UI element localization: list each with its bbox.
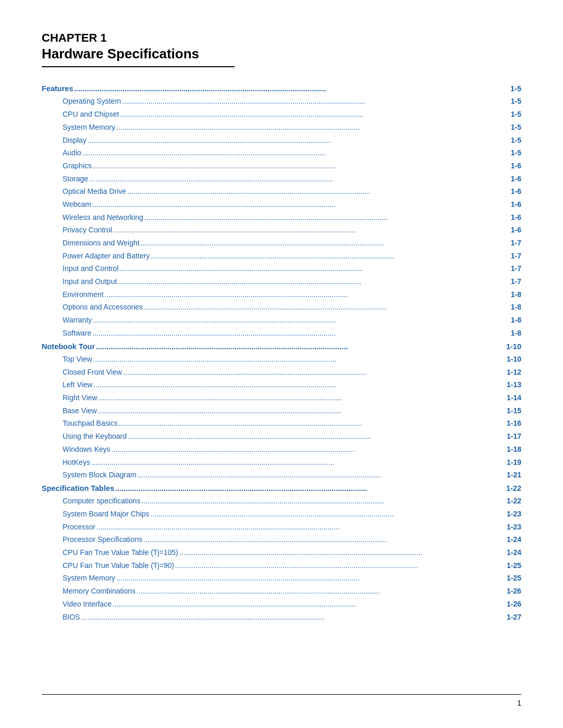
toc-label: Notebook Tour — [42, 341, 95, 352]
toc-label: Operating System — [63, 96, 121, 107]
toc-label: CPU Fan True Value Table (Tj=105) — [63, 547, 178, 559]
toc-entry[interactable]: Closed Front View ......................… — [42, 367, 521, 378]
toc-entry[interactable]: Webcam .................................… — [42, 199, 521, 211]
toc-dots: ........................................… — [88, 174, 511, 185]
toc-entry[interactable]: Using the Keyboard .....................… — [42, 431, 521, 442]
toc-entry[interactable]: Specification Tables ...................… — [42, 483, 521, 494]
toc-label: Wireless and Networking — [63, 212, 143, 224]
toc-entry[interactable]: Display ................................… — [42, 135, 521, 146]
toc-entry[interactable]: System Memory ..........................… — [42, 573, 521, 584]
toc-entry[interactable]: Environment ............................… — [42, 289, 521, 301]
toc-label: Optical Media Drive — [63, 186, 126, 198]
toc-page: 1-7 — [511, 263, 521, 275]
toc-entry[interactable]: Memory Combinations ....................… — [42, 586, 521, 597]
toc-page: 1-6 — [511, 161, 521, 172]
toc-entry[interactable]: Power Adapter and Battery ..............… — [42, 251, 521, 262]
toc-dots: ........................................… — [150, 251, 510, 262]
toc-label: Computer specifications — [63, 496, 140, 507]
toc-dots: ........................................… — [137, 470, 507, 481]
toc-entry[interactable]: HotKeys ................................… — [42, 457, 521, 468]
toc-page: 1-25 — [507, 560, 521, 572]
toc-page: 1-25 — [507, 573, 521, 584]
toc-label: Features — [42, 83, 73, 94]
toc-entry[interactable]: Video Interface ........................… — [42, 599, 521, 610]
toc-page: 1-14 — [507, 392, 521, 404]
toc-entry[interactable]: Dimensions and Weight ..................… — [42, 238, 521, 249]
toc-label: Closed Front View — [63, 367, 122, 378]
toc-label: Left View — [63, 379, 92, 391]
toc-dots: ........................................… — [95, 522, 507, 533]
toc-entry[interactable]: Privacy Control ........................… — [42, 225, 521, 236]
toc-page: 1-5 — [511, 135, 521, 146]
toc-page: 1-15 — [507, 405, 521, 417]
toc-entry[interactable]: Processor ..............................… — [42, 522, 521, 533]
toc-label: Specification Tables — [42, 483, 114, 494]
toc-label: Graphics — [63, 161, 92, 172]
toc-entry[interactable]: Notebook Tour ..........................… — [42, 341, 521, 352]
toc-entry[interactable]: System Board Major Chips ...............… — [42, 509, 521, 520]
toc-page: 1-13 — [507, 379, 521, 391]
toc-entry[interactable]: Audio ..................................… — [42, 147, 521, 159]
toc-entry[interactable]: Top View ...............................… — [42, 354, 521, 365]
toc-dots: ........................................… — [92, 379, 507, 391]
toc-label: Windows Keys — [63, 444, 111, 455]
toc-entry[interactable]: CPU Fan True Value Table (Tj=90) .......… — [42, 560, 521, 572]
toc-page: 1-5 — [511, 109, 521, 120]
toc-entry[interactable]: Right View .............................… — [42, 392, 521, 404]
toc-page: 1-26 — [507, 599, 521, 610]
toc-label: Warranty — [63, 315, 92, 326]
toc-dots: ........................................… — [140, 496, 507, 507]
toc-entry[interactable]: Computer specifications ................… — [42, 496, 521, 507]
toc-entry[interactable]: Windows Keys ...........................… — [42, 444, 521, 455]
toc-label: Right View — [63, 392, 97, 404]
toc-label: BIOS — [63, 612, 80, 623]
toc-entry[interactable]: Input and Control ......................… — [42, 263, 521, 275]
toc-label: CPU and Chipset — [63, 109, 119, 120]
toc-page: 1-12 — [507, 367, 521, 378]
toc-entry[interactable]: Graphics ...............................… — [42, 161, 521, 172]
toc-entry[interactable]: BIOS ...................................… — [42, 612, 521, 623]
toc-label: Input and Output — [63, 276, 117, 288]
toc-label: Storage — [63, 174, 88, 185]
toc-entry[interactable]: Left View ..............................… — [42, 379, 521, 391]
toc-entry[interactable]: System Memory ..........................… — [42, 122, 521, 133]
toc-dots: ........................................… — [81, 147, 511, 159]
toc-page: 1-17 — [507, 431, 521, 442]
toc-page: 1-23 — [507, 509, 521, 520]
toc-dots: ........................................… — [104, 289, 511, 301]
toc-page: 1-5 — [511, 147, 521, 159]
toc-entry[interactable]: System Block Diagram ...................… — [42, 470, 521, 481]
toc-label: Using the Keyboard — [63, 431, 127, 442]
toc-dots: ........................................… — [142, 534, 507, 546]
toc-entry[interactable]: Touchpad Basics ........................… — [42, 418, 521, 429]
toc-entry[interactable]: Storage ................................… — [42, 174, 521, 185]
toc-entry[interactable]: Operating System .......................… — [42, 96, 521, 107]
toc-dots: ........................................… — [95, 341, 506, 352]
toc-page: 1-6 — [511, 212, 521, 224]
toc-dots: ........................................… — [73, 83, 510, 94]
toc-dots: ........................................… — [97, 392, 507, 404]
toc-entry[interactable]: Wireless and Networking ................… — [42, 212, 521, 224]
toc-label: System Board Major Chips — [63, 509, 150, 520]
toc-entry[interactable]: Optical Media Drive ....................… — [42, 186, 521, 198]
toc-dots: ........................................… — [126, 186, 511, 198]
page-container: CHAPTER 1 Hardware Specifications Featur… — [42, 31, 521, 623]
toc-entry[interactable]: Options and Accessories ................… — [42, 302, 521, 313]
toc-entry[interactable]: Features ...............................… — [42, 83, 521, 94]
toc-entry[interactable]: CPU Fan True Value Table (Tj=105) ......… — [42, 547, 521, 559]
toc-entry[interactable]: Processor Specifications ...............… — [42, 534, 521, 546]
toc-entry[interactable]: Software ...............................… — [42, 328, 521, 339]
toc-dots: ........................................… — [121, 96, 511, 107]
toc-entry[interactable]: Input and Output .......................… — [42, 276, 521, 288]
toc-dots: ........................................… — [122, 367, 507, 378]
toc-label: Privacy Control — [63, 225, 112, 236]
toc-page: 1-7 — [511, 238, 521, 249]
toc-label: Processor Specifications — [63, 534, 142, 546]
toc-entry[interactable]: Base View ..............................… — [42, 405, 521, 417]
toc-label: Display — [63, 135, 87, 146]
toc-label: Touchpad Basics — [63, 418, 118, 429]
toc-entry[interactable]: CPU and Chipset ........................… — [42, 109, 521, 120]
toc-entry[interactable]: Warranty ...............................… — [42, 315, 521, 326]
toc-page: 1-8 — [511, 302, 521, 313]
toc-dots: ........................................… — [150, 509, 507, 520]
